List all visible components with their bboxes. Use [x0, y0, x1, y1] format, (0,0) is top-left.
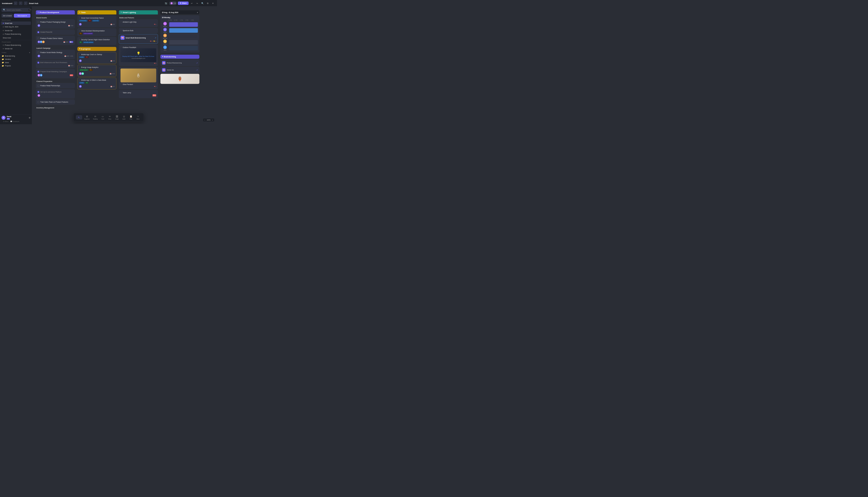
nav-back-btn[interactable]: ‹: [19, 1, 23, 5]
external-link-icon[interactable]: ↗: [196, 62, 198, 64]
collapse-sidebar-btn[interactable]: ←: [14, 1, 17, 5]
add-folder-btn[interactable]: +: [29, 52, 30, 54]
card-security-camera[interactable]: ⠿ Security Camera Night Vision Distortio…: [78, 37, 116, 45]
grip-icon: ⠿: [121, 84, 122, 85]
toolbar-card[interactable]: ▭ Card: [100, 114, 106, 120]
card-outdoor-floodlight[interactable]: ⠿ Outdoor Floodlight 💡 Buying LED Flood …: [119, 45, 158, 66]
card-produce-demo-videos[interactable]: Produce Product Demo Videos D M S 📅 8/25…: [36, 36, 75, 45]
folder-ideas[interactable]: 📁 Ideas: [0, 61, 32, 64]
nav-forward-btn[interactable]: ›: [24, 1, 27, 5]
toolbar-laser[interactable]: ◎ Laser: [121, 114, 127, 120]
card-finalize-packaging[interactable]: Finalize Product Packaging Design D 📅 8/…: [36, 19, 75, 29]
card-title: ✓ Brief Influencers and Tech Reviewers: [38, 62, 73, 63]
card-checkbox[interactable]: ✓: [38, 62, 39, 63]
show-more-btn[interactable]: Show more: [1, 36, 31, 40]
toolbar-more[interactable]: + More: [135, 114, 141, 120]
card-email-marketing[interactable]: ✓ Prepare Email Marketing Campaigns E M …: [36, 69, 75, 79]
brainstorm-item-product[interactable]: 🧠 Product Brainstorming ↗: [160, 60, 199, 66]
sidebar-dot: [3, 48, 4, 49]
card-connectivity-failure[interactable]: ⠿ Smart Hub Connectivity Failure connect…: [78, 16, 116, 27]
card-voice-assistant[interactable]: ⠿ Voice Assistant Misinterpretation P1 v…: [78, 28, 116, 36]
user-settings-btn[interactable]: ⚙: [29, 116, 30, 119]
card-energy-analytics[interactable]: ⠿ Energy Usage Analytics enhancement P1 …: [78, 65, 116, 77]
about-link[interactable]: ℹ About: [3, 120, 8, 122]
zoom-minus-btn[interactable]: −: [204, 119, 205, 121]
members-badge[interactable]: D 3 ▾: [169, 1, 177, 5]
toolbar-plan[interactable]: 📋 Plan: [128, 114, 134, 120]
card-footer: D 📅 9/3: [79, 59, 115, 62]
card-smart-bulk-brainstorming[interactable]: 🧠 Smart Bulk Brainstorming ↗ ❤ 3 👎 1: [119, 34, 158, 44]
toolbar-label: Image: [115, 118, 119, 120]
heart-badge: ❤ 3: [150, 41, 152, 42]
card-train-sales-team[interactable]: Train Sales Team on Product Features: [36, 100, 75, 105]
card-brief-influencers[interactable]: ✓ Brief Influencers and Tech Reviewers 📅…: [36, 60, 75, 68]
card-social-media-strategy[interactable]: Finalize Social Media Strategy D 📅 8/23 …: [36, 50, 75, 59]
card-spectrum-bulb[interactable]: ⠿ Spectrum Bulb: [119, 28, 158, 33]
card-create-press-kit[interactable]: ✓ Create Press Kit: [36, 30, 75, 35]
sidebar-item-smart-hub[interactable]: Smart hub: [1, 22, 31, 25]
card-table-lamp[interactable]: ⠿ Table Lamp ❤ 3: [119, 90, 158, 98]
message-badge: 💬 1: [69, 41, 73, 43]
card-ambient-strip[interactable]: ⠿ Ambient Light Strip ❤ 1: [119, 19, 158, 27]
card-checkbox[interactable]: [38, 101, 39, 103]
col-grip-icon: ⠿: [38, 11, 39, 13]
card-icon: ▭: [102, 115, 104, 118]
external-link-icon[interactable]: ↗: [155, 37, 156, 39]
cal-person-emma: E Emma: [162, 22, 198, 27]
card-checkbox[interactable]: [38, 52, 39, 53]
card-ecommerce-platform[interactable]: ✓ Set Up E-commerce Platform E: [36, 89, 75, 99]
sidebar-item-brainstorming[interactable]: Product Brainstorming: [1, 32, 31, 36]
sidebar-search[interactable]: 🔍 ⌘K: [1, 8, 30, 12]
zoom-plus-btn[interactable]: +: [212, 119, 213, 121]
card-title: ⠿ Mobile App Crash on Startup: [79, 54, 115, 56]
calendar-icon: 📅: [110, 86, 112, 87]
card-checkbox[interactable]: [38, 21, 39, 23]
card-checkbox[interactable]: [38, 38, 39, 39]
toolbar-organizer[interactable]: ⊞ Organizer: [83, 114, 91, 120]
card-checkbox[interactable]: ✓: [38, 91, 39, 93]
sidebar-item-vendor[interactable]: Vendor list: [1, 29, 31, 32]
section-launch-campaign: Launch Campaign: [36, 46, 75, 50]
toolbar-cursor[interactable]: ↖: [76, 115, 82, 119]
redo-btn[interactable]: ↪: [195, 1, 199, 5]
brainstorm-item-vendor[interactable]: 🧠 Vendor list ↗: [160, 67, 199, 73]
calendar-expand-btn[interactable]: ▾: [197, 11, 198, 13]
external-link-icon[interactable]: ↗: [196, 69, 198, 71]
toolbar-image[interactable]: 🖼 Image: [114, 114, 120, 120]
folder-projects[interactable]: 📁 Projects: [0, 64, 32, 67]
feedback-link[interactable]: 💬 Feedback: [10, 120, 19, 122]
folder-brainstorming[interactable]: 📁 Brainstorming: [0, 54, 32, 58]
card-date: 📅 9/5: [110, 24, 115, 25]
tag: voice-assistant: [83, 33, 93, 35]
card-title: Train Sales Team on Product Features: [38, 101, 73, 103]
new-board-button[interactable]: New board ▾: [14, 14, 30, 18]
settings-btn[interactable]: ⚙: [206, 1, 210, 5]
card-checkbox[interactable]: [38, 85, 39, 87]
board-title: Smart hub: [29, 2, 38, 4]
toolbar-label: Organizer: [84, 118, 89, 120]
share-button[interactable]: ⬆ Share: [178, 1, 189, 5]
calendar-icon: 📅: [110, 60, 112, 62]
card-ui-glitch[interactable]: ⠿ Mobile App UI Glitch in Dark Mode mobi…: [78, 78, 116, 89]
sidebar-item-vendor-list[interactable]: Vendor list: [1, 47, 31, 51]
card-retail-partnerships[interactable]: Finalize Retail Partnerships: [36, 83, 75, 88]
camera-btn[interactable]: 📷: [164, 1, 168, 5]
card-mobile-crash[interactable]: ⠿ Mobile App Crash on Startup mobile P0 …: [78, 52, 116, 64]
join-board-button[interactable]: Join a board: [1, 14, 13, 18]
main-canvas[interactable]: ⠿ Product Development Brand Assets Final…: [32, 6, 217, 124]
toolbar-draw[interactable]: ✏ Draw: [107, 114, 113, 120]
card-glow-pendant[interactable]: 🕯 ⠿ Glow Pendant ❤ 2: [119, 67, 158, 89]
card-checkbox[interactable]: ✓: [38, 71, 39, 73]
folder-label: Projects: [5, 65, 11, 67]
sidebar-item-note[interactable]: Note Aug 26, 2024: [1, 25, 31, 29]
undo-btn[interactable]: ↩: [190, 1, 194, 5]
search-btn[interactable]: 🔍: [200, 1, 205, 5]
folder-vendors[interactable]: 📁 Vendors: [0, 58, 32, 61]
close-btn[interactable]: ✕: [211, 1, 215, 5]
user-info: David Pro: [7, 116, 27, 120]
toolbar-heading[interactable]: H Heading: [92, 114, 99, 120]
card-checkbox[interactable]: ✓: [38, 31, 39, 33]
card-date: 📅 8/23: [68, 65, 73, 67]
sidebar-item-product-brainstorming[interactable]: Product Brainstorming: [1, 43, 31, 47]
search-input[interactable]: [6, 9, 28, 11]
